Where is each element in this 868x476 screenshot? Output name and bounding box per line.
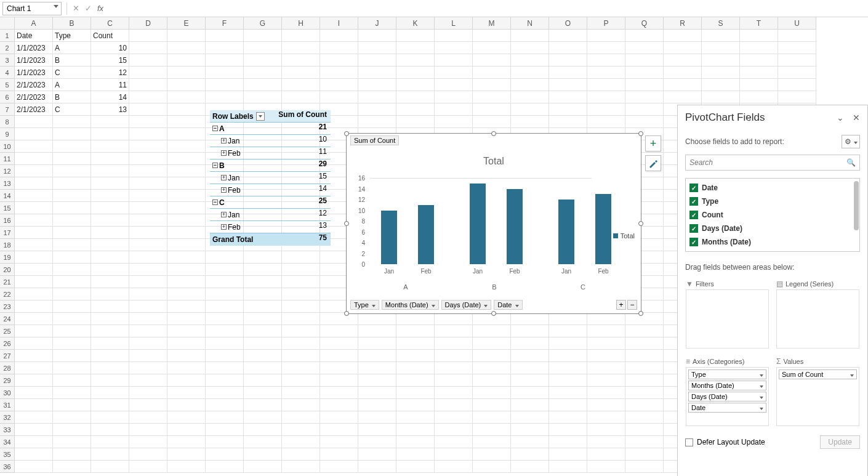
cell[interactable]	[129, 362, 167, 374]
cell[interactable]	[511, 461, 549, 473]
cell[interactable]	[282, 42, 320, 54]
expand-icon[interactable]: +	[221, 224, 227, 230]
cell[interactable]	[15, 116, 53, 128]
pivot-chart[interactable]: Sum of Count Total 0246810121416 JanFebJ…	[346, 133, 641, 314]
cell[interactable]	[625, 79, 664, 91]
cell[interactable]	[435, 448, 473, 461]
chart-elements-button[interactable]: +	[645, 135, 661, 151]
cell[interactable]	[396, 362, 435, 374]
cell[interactable]	[320, 42, 358, 54]
cell[interactable]	[167, 424, 206, 436]
cell[interactable]	[15, 301, 53, 313]
cell[interactable]	[396, 350, 435, 362]
cell[interactable]	[473, 436, 511, 448]
cell[interactable]	[473, 411, 511, 424]
cell[interactable]	[206, 264, 244, 276]
cell[interactable]	[511, 448, 549, 461]
cell[interactable]	[129, 116, 167, 128]
cell[interactable]	[320, 411, 358, 424]
cell[interactable]	[320, 374, 358, 387]
cell[interactable]	[435, 362, 473, 374]
row-header[interactable]: 35	[0, 448, 15, 461]
cell[interactable]	[511, 374, 549, 387]
column-header[interactable]: P	[587, 17, 625, 30]
cell[interactable]	[53, 313, 91, 325]
cell[interactable]	[206, 325, 244, 337]
column-header[interactable]: U	[778, 17, 816, 30]
cell[interactable]	[91, 140, 129, 153]
cell[interactable]	[129, 251, 167, 264]
cell[interactable]	[320, 350, 358, 362]
row-header[interactable]: 14	[0, 190, 15, 202]
pivot-rowlabels-header[interactable]: Row Labels	[210, 110, 266, 123]
expand-icon[interactable]: −	[212, 126, 218, 131]
cell[interactable]	[53, 387, 91, 399]
row-header[interactable]: 36	[0, 461, 15, 473]
cell[interactable]	[129, 103, 167, 116]
row-header[interactable]: 23	[0, 301, 15, 313]
cell[interactable]	[702, 79, 740, 91]
cell[interactable]	[244, 448, 282, 461]
cell[interactable]	[129, 325, 167, 337]
cell[interactable]	[206, 448, 244, 461]
cell[interactable]	[15, 325, 53, 337]
cell[interactable]	[358, 374, 396, 387]
cell[interactable]	[358, 54, 396, 67]
cell[interactable]	[167, 153, 206, 165]
cell[interactable]	[167, 301, 206, 313]
cell[interactable]	[320, 30, 358, 42]
cell[interactable]	[129, 140, 167, 153]
cell[interactable]	[396, 67, 435, 79]
cell[interactable]	[587, 103, 625, 116]
cell[interactable]	[244, 30, 282, 42]
cell[interactable]	[435, 91, 473, 103]
field-list[interactable]: ✓Date✓Type✓Count✓Days (Date)✓Months (Dat…	[685, 178, 860, 252]
cell[interactable]	[244, 301, 282, 313]
cell[interactable]	[206, 362, 244, 374]
bar[interactable]	[558, 200, 574, 264]
cell[interactable]	[511, 325, 549, 337]
cell[interactable]	[473, 103, 511, 116]
cell[interactable]	[396, 374, 435, 387]
cell[interactable]	[358, 67, 396, 79]
cell[interactable]	[549, 116, 587, 128]
cell[interactable]	[358, 103, 396, 116]
cell[interactable]	[435, 399, 473, 411]
cell[interactable]	[91, 387, 129, 399]
cell[interactable]	[587, 337, 625, 350]
cell[interactable]	[129, 128, 167, 140]
cell[interactable]	[549, 42, 587, 54]
cell[interactable]	[129, 202, 167, 214]
cell[interactable]	[625, 350, 664, 362]
cell[interactable]	[53, 288, 91, 301]
cell[interactable]	[740, 91, 778, 103]
cell[interactable]	[358, 337, 396, 350]
cell[interactable]: C	[53, 67, 91, 79]
cell[interactable]	[129, 350, 167, 362]
cell[interactable]	[320, 337, 358, 350]
cell[interactable]	[625, 30, 664, 42]
cell[interactable]	[167, 411, 206, 424]
cell[interactable]	[129, 239, 167, 251]
cell[interactable]	[129, 214, 167, 227]
update-button[interactable]: Update	[820, 435, 860, 449]
field-item[interactable]: ✓Count	[687, 208, 858, 222]
cell[interactable]	[511, 30, 549, 42]
column-header[interactable]: N	[511, 17, 549, 30]
cell[interactable]	[511, 424, 549, 436]
column-header[interactable]: H	[282, 17, 320, 30]
cell[interactable]	[435, 424, 473, 436]
cell[interactable]	[53, 374, 91, 387]
cell[interactable]	[435, 103, 473, 116]
cell[interactable]	[206, 276, 244, 288]
cell[interactable]	[167, 399, 206, 411]
checkbox-icon[interactable]: ✓	[689, 197, 698, 206]
cell[interactable]	[244, 276, 282, 288]
cell[interactable]: Date	[15, 30, 53, 42]
cell[interactable]	[549, 448, 587, 461]
cell[interactable]	[396, 424, 435, 436]
cell[interactable]	[244, 91, 282, 103]
cell[interactable]	[511, 362, 549, 374]
row-header[interactable]: 6	[0, 91, 15, 103]
cell[interactable]	[587, 30, 625, 42]
